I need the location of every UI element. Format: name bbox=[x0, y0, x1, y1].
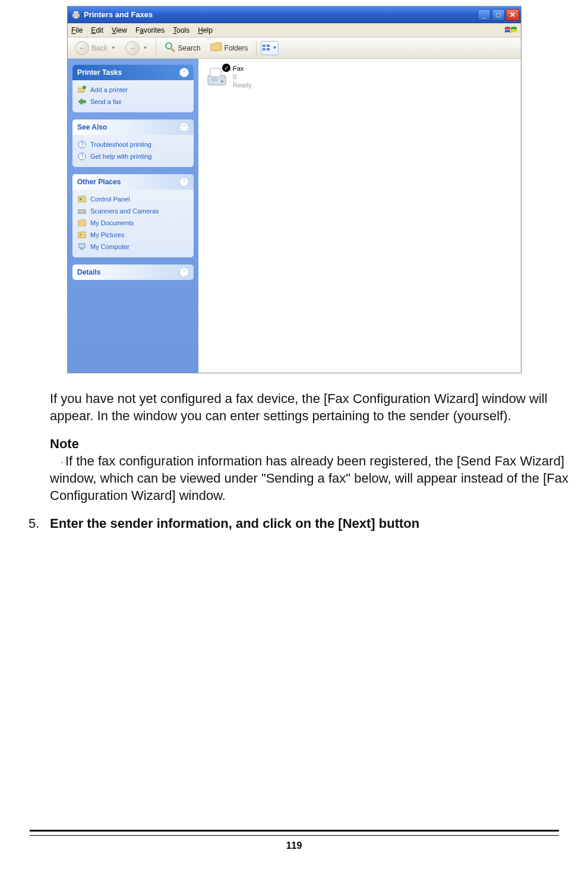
svg-rect-6 bbox=[267, 45, 270, 47]
help-icon: ? bbox=[77, 140, 87, 149]
add-printer-icon bbox=[77, 85, 87, 95]
views-icon bbox=[262, 44, 271, 52]
scanner-icon bbox=[77, 206, 87, 216]
link-label: Get help with printing bbox=[90, 153, 151, 160]
expand-icon: ˇ bbox=[179, 267, 189, 277]
control-panel-link[interactable]: Control Panel bbox=[77, 193, 189, 205]
forward-arrow-icon: → bbox=[125, 41, 140, 55]
svg-point-18 bbox=[80, 234, 82, 236]
panel-title: Other Places bbox=[77, 178, 121, 186]
note-text: ·If the fax configuration information ha… bbox=[50, 452, 582, 504]
menu-favorites[interactable]: Favorites bbox=[135, 26, 165, 34]
back-button[interactable]: ← Back ▼ bbox=[71, 39, 119, 57]
titlebar: Printers and Faxes _ □ ✕ bbox=[68, 7, 521, 23]
item-list-area: ✓ Fax 0 Ready bbox=[198, 59, 521, 373]
chevron-down-icon: ▼ bbox=[143, 45, 148, 51]
folders-label: Folders bbox=[225, 44, 248, 52]
document-page: Printers and Faxes _ □ ✕ File Edit View … bbox=[0, 0, 588, 869]
item-status: Ready bbox=[233, 81, 252, 90]
my-computer-link[interactable]: My Computer bbox=[77, 241, 189, 253]
svg-rect-20 bbox=[80, 248, 84, 250]
send-fax-link[interactable]: Send a fax bbox=[77, 96, 189, 108]
link-label: Send a fax bbox=[90, 98, 122, 105]
note-label: Note bbox=[50, 435, 582, 452]
svg-rect-22 bbox=[210, 68, 221, 77]
menu-tools[interactable]: Tools bbox=[173, 26, 189, 34]
fax-device-item[interactable]: ✓ Fax 0 Ready bbox=[204, 65, 299, 90]
link-label: My Documents bbox=[90, 219, 134, 226]
maximize-button[interactable]: □ bbox=[492, 9, 505, 21]
my-documents-link[interactable]: My Documents bbox=[77, 217, 189, 229]
check-badge-icon: ✓ bbox=[222, 64, 230, 72]
menu-view[interactable]: View bbox=[112, 26, 127, 34]
add-printer-link[interactable]: Add a printer bbox=[77, 84, 189, 96]
menu-help[interactable]: Help bbox=[198, 26, 213, 34]
menu-file[interactable]: File bbox=[71, 26, 83, 34]
link-label: My Computer bbox=[90, 243, 129, 250]
link-label: Scanners and Cameras bbox=[90, 207, 159, 215]
close-button[interactable]: ✕ bbox=[506, 9, 519, 21]
collapse-icon: ˆ bbox=[179, 122, 189, 132]
toolbar-separator bbox=[256, 41, 257, 55]
send-fax-icon bbox=[77, 97, 87, 106]
get-help-printing-link[interactable]: ? Get help with printing bbox=[77, 150, 189, 162]
svg-text:?: ? bbox=[80, 153, 84, 160]
paragraph: If you have not yet configured a fax dev… bbox=[50, 390, 582, 424]
chevron-down-icon: ▼ bbox=[111, 45, 116, 51]
windows-logo-icon bbox=[504, 25, 517, 36]
search-button[interactable]: Search bbox=[160, 39, 204, 56]
link-label: Control Panel bbox=[90, 196, 130, 203]
window-content: Printer Tasks ˆ Add a printer Send a fax bbox=[68, 59, 521, 373]
printer-tasks-header[interactable]: Printer Tasks ˆ bbox=[72, 65, 194, 80]
collapse-icon: ˆ bbox=[179, 177, 189, 187]
page-footer: 119 bbox=[0, 830, 588, 851]
link-label: My Pictures bbox=[90, 231, 124, 238]
tasks-sidebar: Printer Tasks ˆ Add a printer Send a fax bbox=[68, 59, 198, 373]
printer-icon bbox=[71, 10, 81, 20]
scanners-cameras-link[interactable]: Scanners and Cameras bbox=[77, 205, 189, 217]
fax-icon: ✓ bbox=[204, 65, 229, 90]
troubleshoot-printing-link[interactable]: ? Troubleshoot printing bbox=[77, 138, 189, 150]
footer-rule-thick bbox=[30, 830, 559, 832]
svg-rect-8 bbox=[267, 48, 270, 51]
printers-faxes-window: Printers and Faxes _ □ ✕ File Edit View … bbox=[67, 6, 521, 373]
step-text: Enter the sender information, and click … bbox=[50, 515, 419, 532]
link-label: Troubleshoot printing bbox=[90, 141, 151, 148]
my-pictures-link[interactable]: My Pictures bbox=[77, 229, 189, 241]
help-icon: ? bbox=[77, 152, 87, 161]
menubar: File Edit View Favorites Tools Help bbox=[68, 23, 521, 37]
svg-point-10 bbox=[83, 86, 86, 89]
magnifier-icon bbox=[164, 41, 176, 55]
pictures-icon bbox=[77, 230, 87, 240]
control-panel-icon bbox=[77, 194, 87, 204]
see-also-header[interactable]: See Also ˆ bbox=[72, 119, 194, 135]
step-number: 5. bbox=[29, 515, 44, 532]
minimize-button[interactable]: _ bbox=[478, 9, 491, 21]
item-count: 0 bbox=[233, 73, 252, 81]
svg-rect-19 bbox=[79, 244, 85, 248]
svg-point-16 bbox=[80, 198, 82, 200]
chevron-down-icon: ▼ bbox=[273, 45, 277, 51]
svg-text:?: ? bbox=[80, 141, 84, 148]
details-panel: Details ˇ bbox=[72, 265, 194, 280]
menu-edit[interactable]: Edit bbox=[91, 26, 103, 34]
panel-title: Printer Tasks bbox=[77, 68, 122, 77]
svg-line-4 bbox=[171, 48, 174, 51]
panel-title: Details bbox=[77, 268, 100, 276]
folders-button[interactable]: Folders bbox=[207, 40, 252, 56]
folder-icon bbox=[77, 218, 87, 228]
svg-rect-7 bbox=[263, 48, 265, 51]
svg-rect-5 bbox=[263, 45, 265, 47]
see-also-panel: See Also ˆ ? Troubleshoot printing ? Get… bbox=[72, 119, 194, 167]
forward-button[interactable]: → ▼ bbox=[122, 39, 151, 57]
page-number: 119 bbox=[0, 840, 588, 851]
svg-rect-23 bbox=[211, 78, 217, 81]
link-label: Add a printer bbox=[90, 86, 128, 93]
other-places-header[interactable]: Other Places ˆ bbox=[72, 174, 194, 190]
svg-rect-17 bbox=[78, 210, 86, 213]
document-body: If you have not yet configured a fax dev… bbox=[50, 390, 582, 532]
views-button[interactable]: ▼ bbox=[261, 41, 279, 55]
other-places-panel: Other Places ˆ Control Panel Scanners an… bbox=[72, 174, 194, 257]
details-header[interactable]: Details ˇ bbox=[72, 265, 194, 280]
panel-title: See Also bbox=[77, 123, 107, 131]
